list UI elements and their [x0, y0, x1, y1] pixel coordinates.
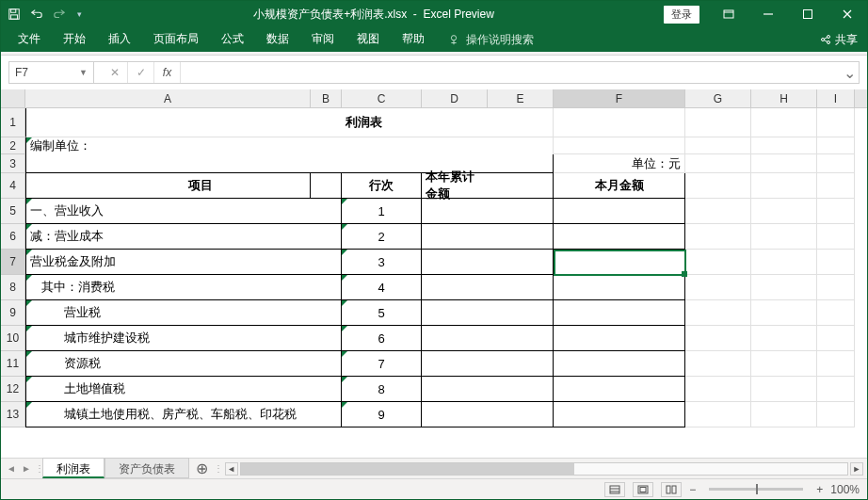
table-cell[interactable] [554, 250, 685, 275]
table-cell[interactable] [685, 326, 751, 351]
table-cell-line[interactable]: 2 [342, 224, 422, 250]
table-cell[interactable] [817, 402, 855, 427]
sheet-tab-active[interactable]: 利润表 [42, 458, 104, 478]
row-header[interactable]: 3 [1, 154, 25, 173]
name-box[interactable]: F7▼ [9, 62, 94, 83]
table-cell[interactable] [311, 351, 342, 377]
table-cell[interactable] [751, 199, 817, 224]
table-cell[interactable] [685, 199, 751, 224]
tell-me[interactable]: 操作说明搜索 [447, 32, 534, 48]
qat-customize-icon[interactable]: ▾ [74, 7, 84, 22]
hscroll-right-icon[interactable]: ► [850, 462, 863, 476]
table-cell[interactable] [817, 351, 855, 377]
table-cell[interactable] [817, 377, 855, 402]
table-cell[interactable] [554, 351, 685, 377]
table-cell[interactable] [685, 377, 751, 402]
col-header-H[interactable]: H [751, 89, 817, 107]
table-cell[interactable] [685, 275, 751, 300]
table-cell[interactable] [422, 300, 488, 326]
hscroll-thumb[interactable] [241, 463, 574, 475]
table-cell[interactable] [751, 351, 817, 377]
table-cell[interactable] [311, 377, 342, 402]
table-cell[interactable] [422, 377, 488, 402]
table-cell[interactable] [422, 224, 488, 250]
table-cell[interactable] [422, 199, 488, 224]
table-cell[interactable] [554, 377, 685, 402]
tab-review[interactable]: 审阅 [300, 26, 346, 53]
table-cell-line[interactable]: 9 [342, 402, 422, 427]
table-cell[interactable] [751, 300, 817, 326]
hscroll-track[interactable] [240, 462, 848, 476]
minimize-icon[interactable] [748, 1, 788, 27]
table-cell[interactable] [311, 199, 342, 224]
spreadsheet-grid[interactable]: A B C D E F G H I 1 利润表 2 编制单位： [1, 89, 867, 458]
table-cell-item[interactable]: 营业税 [25, 300, 311, 326]
table-cell[interactable] [554, 300, 685, 326]
table-cell-item[interactable]: 资源税 [25, 351, 311, 377]
share-button[interactable]: 共享 [811, 28, 867, 52]
hscroll-left-icon[interactable]: ◄ [225, 462, 238, 476]
col-header-G[interactable]: G [685, 89, 751, 107]
zoom-out-icon[interactable]: − [689, 483, 696, 496]
row-header[interactable]: 13 [1, 402, 25, 427]
table-cell[interactable] [311, 250, 342, 275]
col-header-A[interactable]: A [25, 89, 311, 107]
table-cell-line[interactable]: 5 [342, 300, 422, 326]
table-cell[interactable] [554, 224, 685, 250]
table-cell[interactable] [311, 224, 342, 250]
table-cell[interactable] [751, 224, 817, 250]
tab-view[interactable]: 视图 [346, 26, 391, 53]
row-header[interactable]: 9 [1, 300, 25, 326]
row-header[interactable]: 1 [1, 108, 25, 137]
table-cell[interactable] [422, 326, 488, 351]
redo-icon[interactable] [52, 7, 67, 22]
table-cell-line[interactable]: 8 [342, 377, 422, 402]
table-cell[interactable] [488, 250, 554, 275]
table-cell[interactable] [685, 224, 751, 250]
table-cell-line[interactable]: 4 [342, 275, 422, 300]
table-cell-item[interactable]: 减：营业成本 [25, 224, 311, 250]
fx-icon[interactable]: fx [154, 62, 181, 83]
tab-layout[interactable]: 页面布局 [142, 26, 210, 53]
tab-file[interactable]: 文件 [7, 26, 52, 53]
table-cell[interactable] [751, 326, 817, 351]
row-header[interactable]: 6 [1, 224, 25, 250]
expand-formula-bar-icon[interactable]: ⌄ [840, 62, 859, 83]
table-cell-line[interactable]: 7 [342, 351, 422, 377]
table-cell-item[interactable]: 城镇土地使用税、房产税、车船税、印花税 [25, 402, 311, 427]
enter-formula-icon[interactable]: ✓ [128, 62, 154, 83]
table-cell[interactable] [554, 275, 685, 300]
table-cell[interactable] [311, 326, 342, 351]
table-cell[interactable] [311, 275, 342, 300]
row-header[interactable]: 12 [1, 377, 25, 402]
row-header[interactable]: 10 [1, 326, 25, 351]
table-cell[interactable] [488, 224, 554, 250]
table-cell[interactable] [554, 199, 685, 224]
table-cell[interactable] [685, 402, 751, 427]
zoom-level[interactable]: 100% [830, 483, 860, 496]
select-all-corner[interactable] [1, 89, 25, 107]
table-cell[interactable] [751, 250, 817, 275]
tab-insert[interactable]: 插入 [97, 26, 142, 53]
table-cell[interactable] [488, 275, 554, 300]
ribbon-options-icon[interactable] [709, 1, 748, 27]
table-cell-item[interactable]: 土地增值税 [25, 377, 311, 402]
table-cell[interactable] [422, 275, 488, 300]
table-cell[interactable] [685, 351, 751, 377]
tab-home[interactable]: 开始 [52, 26, 97, 53]
zoom-slider[interactable] [709, 488, 803, 491]
col-header-D[interactable]: D [422, 89, 488, 107]
row-header[interactable]: 4 [1, 173, 25, 199]
table-cell[interactable] [422, 351, 488, 377]
col-header-F[interactable]: F [554, 89, 685, 107]
table-cell[interactable] [488, 402, 554, 427]
table-cell[interactable] [751, 377, 817, 402]
table-cell[interactable] [817, 199, 855, 224]
row-header[interactable]: 7 [1, 250, 25, 275]
sheet-tab-inactive[interactable]: 资产负债表 [104, 458, 189, 478]
table-cell-item[interactable]: 一、营业收入 [25, 199, 311, 224]
tab-formulas[interactable]: 公式 [210, 26, 255, 53]
row-header[interactable]: 2 [1, 137, 25, 154]
table-cell-line[interactable]: 6 [342, 326, 422, 351]
table-cell[interactable] [817, 275, 855, 300]
